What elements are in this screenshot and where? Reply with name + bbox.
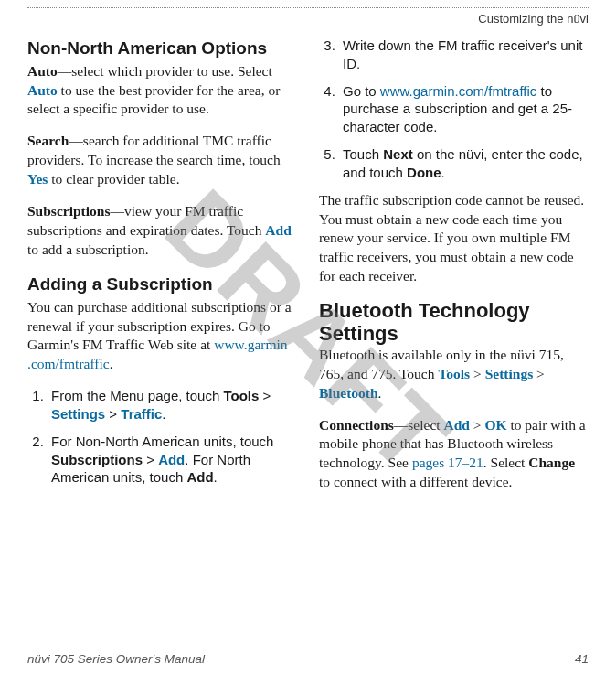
para-search: Search—search for additional TMC traffic… [27,132,297,189]
text: . Select [483,455,529,470]
ui-traffic: Traffic [121,406,162,422]
para-auto: Auto—select which provider to use. Selec… [27,62,297,120]
text: > [470,366,485,381]
label-subscriptions: Subscriptions [27,203,110,219]
text: —select which provider to use. Select [58,63,272,79]
heading-non-na-options: Non-North American Options [27,37,297,60]
text: . [378,385,382,401]
footer: nüvi 705 Series Owner's Manual 41 [27,652,589,666]
footer-left: nüvi 705 Series Owner's Manual [27,652,205,666]
step-2: For Non-North American units, touch Subs… [48,433,297,487]
ui-tools: Tools [223,388,259,403]
page-number: 41 [575,652,589,666]
link-pages: pages 17–21 [412,455,483,470]
ui-tools-bt: Tools [438,366,470,381]
ui-add-2: Add [186,469,213,485]
step-1: From the Menu page, touch Tools > Settin… [48,387,297,423]
ui-ok: OK [484,417,506,433]
ui-add: Add [158,452,185,467]
para-subscriptions: Subscriptions—view your FM traffic subsc… [27,202,297,260]
top-rule [27,7,589,8]
text: > [105,406,121,422]
text: . [441,165,445,180]
step-4: Go to www.garmin.com/fmtraffic to purcha… [339,82,589,136]
text: > [470,417,485,433]
para-adding-subscription: You can purchase additional subscription… [27,298,297,375]
link-auto: Auto [27,82,58,98]
label-auto: Auto [27,63,58,79]
running-head: Customizing the nüvi [27,12,589,26]
text: to add a subscription. [27,241,149,257]
label-search: Search [27,133,69,148]
step-3: Write down the FM traffic receiver's uni… [339,37,589,73]
text: Touch [343,146,383,162]
ui-subscriptions: Subscriptions [51,452,143,467]
text: . [110,356,113,371]
text: to use the best provider for the area, o… [27,82,280,117]
link-fmtraffic-2: www.garmin.com/fmtraffic [380,83,536,99]
para-code-note: The traffic subscription code cannot be … [319,191,589,287]
heading-bluetooth: Bluetooth Technology Settings [319,299,589,346]
steps-right: Write down the FM traffic receiver's uni… [319,37,589,182]
ui-settings-bt: Settings [485,366,534,381]
text: . [162,406,165,422]
text: For Non-North American units, touch [51,434,273,449]
para-connections: Connections—select Add > OK to pair with… [319,416,589,493]
text: —select [394,417,444,433]
ui-next: Next [383,146,413,162]
para-bluetooth-intro: Bluetooth is available only in the nüvi … [319,346,589,403]
text: . [214,469,218,485]
text: to connect with a different device. [319,474,512,489]
text: Go to [343,83,380,99]
right-column: Write down the FM traffic receiver's uni… [319,37,589,505]
ui-change: Change [528,455,575,470]
text: From the Menu page, touch [51,388,223,403]
ui-done: Done [407,165,441,180]
label-connections: Connections [319,417,394,433]
link-add: Add [265,222,291,238]
text: > [259,388,271,403]
ui-add-conn: Add [444,417,470,433]
text: > [533,366,545,381]
step-5: Touch Next on the nüvi, enter the code, … [339,145,589,182]
heading-adding-subscription: Adding a Subscription [27,273,297,296]
ui-settings: Settings [51,406,105,422]
text: to clear provider table. [48,171,179,187]
content-columns: Non-North American Options Auto—select w… [27,37,589,505]
left-column: Non-North American Options Auto—select w… [27,37,297,505]
steps-left: From the Menu page, touch Tools > Settin… [27,387,297,487]
link-yes: Yes [27,171,48,187]
text: > [143,452,158,467]
ui-bluetooth: Bluetooth [319,385,378,401]
